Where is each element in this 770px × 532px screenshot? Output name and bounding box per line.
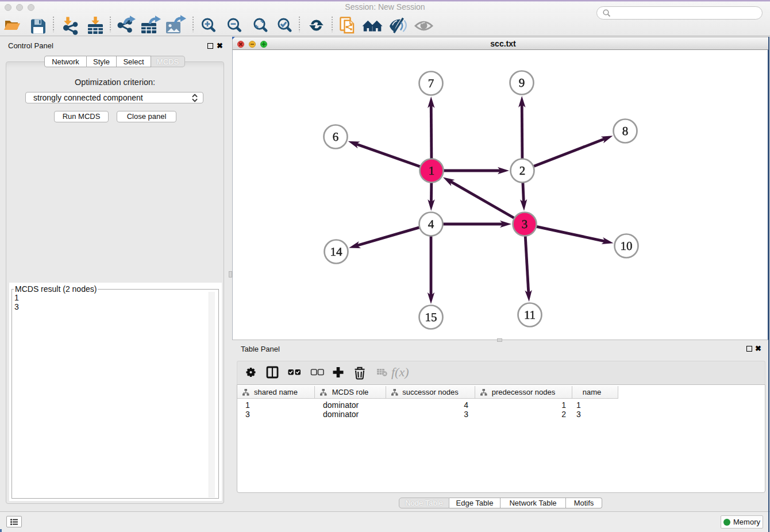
svg-text:10: 10 — [621, 239, 633, 253]
svg-text:2: 2 — [519, 164, 526, 178]
svg-text:14: 14 — [330, 245, 343, 259]
svg-text:6: 6 — [333, 130, 339, 144]
svg-text:8: 8 — [622, 124, 629, 138]
svg-text:11: 11 — [524, 308, 536, 322]
svg-text:15: 15 — [425, 310, 437, 324]
svg-text:9: 9 — [519, 76, 525, 90]
svg-text:f(x): f(x) — [391, 365, 409, 379]
svg-text:3: 3 — [522, 217, 528, 231]
svg-text:1: 1 — [429, 164, 435, 178]
svg-text:7: 7 — [428, 76, 434, 90]
svg-text:4: 4 — [428, 217, 434, 231]
